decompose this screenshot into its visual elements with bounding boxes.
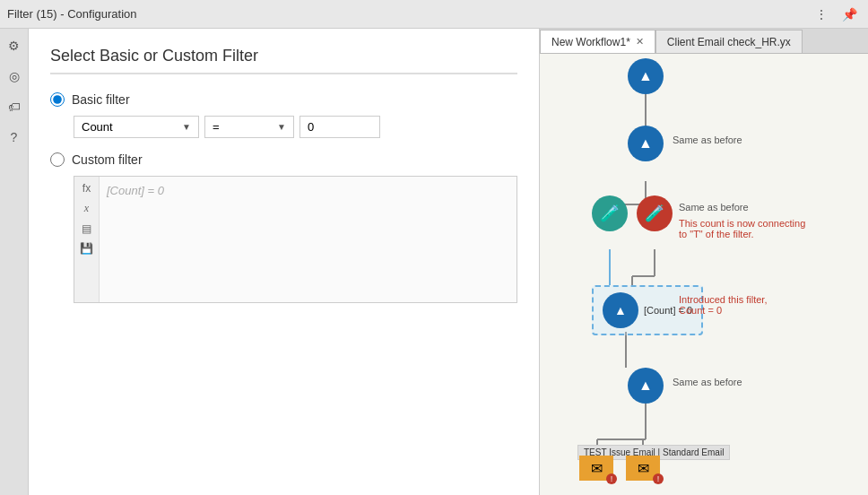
top-bar: Filter (15) - Configuration ⋮ 📌 — [0, 0, 868, 29]
node-red-circle: 🧪 — [637, 195, 673, 231]
config-panel-title: Select Basic or Custom Filter — [50, 47, 517, 74]
email-node-2[interactable]: ✉ ! — [626, 456, 660, 481]
email-node-2-icon-wrap: ✉ ! — [626, 456, 660, 481]
email-node-2-badge: ! — [653, 473, 664, 484]
sidebar-icon-circle[interactable]: ◎ — [4, 66, 24, 86]
tab-workflow1-close[interactable]: ✕ — [636, 36, 644, 48]
node-red[interactable]: 🧪 — [637, 195, 673, 231]
basic-filter-label[interactable]: Basic filter — [50, 92, 517, 107]
node-2[interactable]: ▲ — [628, 126, 664, 161]
workflow-connectors — [540, 54, 868, 495]
tab-client-email-label: Client Email check_HR.yx — [667, 36, 791, 48]
fx-icon[interactable]: fx — [78, 180, 96, 196]
custom-filter-group: Custom filter fx x ▤ 💾 [Count] = 0 — [50, 152, 517, 303]
node-top-circle: ▲ — [628, 58, 664, 94]
operator-dropdown-arrow: ▼ — [277, 122, 286, 132]
tab-workflow1-label: New Workflow1* — [551, 36, 630, 48]
email-node-1[interactable]: ✉ ! — [579, 456, 613, 481]
workflow-canvas[interactable]: ▲ ▲ Same as before 🧪 🧪 Same as before Th… — [540, 54, 868, 495]
node-6-circle: ▲ — [628, 368, 664, 404]
top-bar-icons: ⋮ 📌 — [812, 5, 861, 23]
image-icon[interactable]: ▤ — [78, 221, 96, 237]
annotation-same-as-before-3: Same as before — [673, 377, 742, 387]
variable-icon[interactable]: x — [78, 200, 96, 217]
custom-filter-content[interactable]: [Count] = 0 — [100, 177, 516, 302]
annotation-same-as-before-1: Same as before — [673, 135, 742, 145]
tab-client-email[interactable]: Client Email check_HR.yx — [655, 30, 803, 53]
filter-row: Count ▼ = ▼ — [74, 116, 517, 138]
menu-icon[interactable]: ⋮ — [812, 5, 831, 23]
pin-icon[interactable]: 📌 — [838, 5, 861, 23]
tab-bar: New Workflow1* ✕ Client Email check_HR.y… — [540, 29, 868, 54]
sidebar-icon-settings[interactable]: ⚙ — [4, 36, 24, 56]
basic-filter-group: Basic filter Count ▼ = ▼ — [50, 92, 517, 138]
node-top[interactable]: ▲ — [628, 58, 664, 94]
config-panel: Select Basic or Custom Filter Basic filt… — [29, 29, 540, 495]
custom-filter-radio[interactable] — [50, 152, 65, 167]
sidebar-icon-tag[interactable]: 🏷 — [4, 97, 24, 117]
annotation-same-as-before-2: Same as before — [679, 202, 749, 213]
threshold-input[interactable] — [299, 116, 380, 138]
field-dropdown[interactable]: Count ▼ — [74, 116, 199, 138]
custom-filter-label[interactable]: Custom filter — [50, 152, 517, 167]
node-2-circle: ▲ — [628, 126, 664, 161]
left-sidebar: ⚙ ◎ 🏷 ? — [0, 29, 29, 495]
main-layout: ⚙ ◎ 🏷 ? Select Basic or Custom Filter Ba… — [0, 29, 868, 495]
tab-workflow1[interactable]: New Workflow1* ✕ — [540, 30, 655, 53]
email-node-1-icon-wrap: ✉ ! — [579, 456, 613, 481]
node-teal-flask[interactable]: 🧪 — [592, 195, 628, 231]
basic-filter-radio[interactable] — [50, 92, 65, 107]
annotation-count-connecting: This count is now connectingto "T" of th… — [679, 218, 805, 239]
panel-title-bar: Filter (15) - Configuration — [7, 7, 812, 21]
right-area: New Workflow1* ✕ Client Email check_HR.y… — [540, 29, 868, 495]
field-dropdown-arrow: ▼ — [182, 122, 191, 132]
sidebar-icon-help[interactable]: ? — [4, 127, 24, 147]
node-teal-flask-circle: 🧪 — [592, 195, 628, 231]
save-icon[interactable]: 💾 — [78, 240, 96, 256]
email-node-1-badge: ! — [606, 473, 617, 484]
custom-filter-sidebar: fx x ▤ 💾 — [74, 177, 100, 302]
node-6[interactable]: ▲ — [628, 368, 664, 404]
custom-filter-box: fx x ▤ 💾 [Count] = 0 — [74, 176, 517, 303]
filter-node-icon: ▲ — [603, 292, 638, 328]
annotation-introduced-filter: Introduced this filter,Count = 0 — [679, 294, 767, 316]
operator-dropdown[interactable]: = ▼ — [204, 116, 294, 138]
